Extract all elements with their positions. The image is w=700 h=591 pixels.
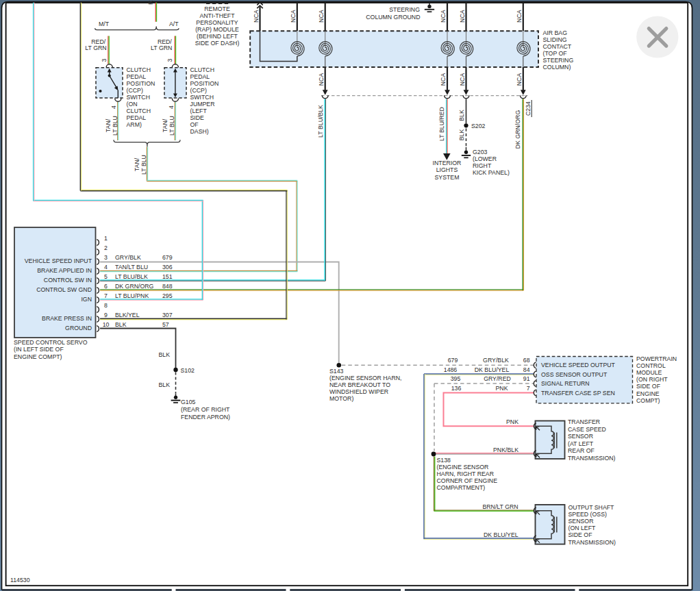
svg-text:COMPT): COMPT) bbox=[636, 397, 660, 404]
svg-text:SENSOR: SENSOR bbox=[568, 518, 594, 525]
svg-text:CONTROL SW GND: CONTROL SW GND bbox=[36, 286, 92, 293]
svg-text:7: 7 bbox=[104, 292, 108, 299]
svg-text:CLUTCH: CLUTCH bbox=[127, 66, 151, 73]
svg-text:POWERTRAIN: POWERTRAIN bbox=[636, 355, 677, 362]
svg-text:BLK: BLK bbox=[458, 110, 465, 121]
svg-text:PNK: PNK bbox=[496, 385, 508, 392]
svg-text:CORNER OF ENGINE: CORNER OF ENGINE bbox=[437, 477, 498, 484]
svg-text:RED/: RED/ bbox=[91, 38, 105, 45]
svg-text:G105: G105 bbox=[181, 399, 196, 405]
svg-text:IGN: IGN bbox=[81, 296, 92, 303]
svg-text:C234: C234 bbox=[525, 101, 532, 116]
svg-text:NCA: NCA bbox=[516, 10, 523, 23]
svg-text:BLK/YEL: BLK/YEL bbox=[115, 312, 140, 318]
svg-text:NCA: NCA bbox=[440, 10, 447, 23]
svg-text:3: 3 bbox=[166, 58, 173, 62]
svg-text:NCA: NCA bbox=[459, 73, 466, 86]
svg-text:TRANSMISSION): TRANSMISSION) bbox=[568, 455, 616, 462]
svg-text:JUMPER: JUMPER bbox=[190, 101, 215, 108]
svg-text:PERSONALITY: PERSONALITY bbox=[196, 19, 238, 26]
svg-text:BLK: BLK bbox=[158, 351, 170, 358]
svg-text:RED/: RED/ bbox=[158, 38, 172, 45]
svg-text:(BEHIND LEFT: (BEHIND LEFT bbox=[197, 33, 238, 40]
svg-text:SLIDING: SLIDING bbox=[543, 36, 567, 43]
svg-text:3: 3 bbox=[101, 58, 108, 62]
svg-text:SWITCH: SWITCH bbox=[190, 94, 214, 101]
svg-text:CLUTCH: CLUTCH bbox=[190, 66, 215, 73]
svg-text:NCA: NCA bbox=[459, 10, 466, 23]
svg-text:848: 848 bbox=[162, 283, 173, 290]
svg-text:SIDE: SIDE bbox=[190, 114, 205, 121]
svg-text:TAN/: TAN/ bbox=[105, 118, 112, 132]
svg-text:COMPARTMENT): COMPARTMENT) bbox=[437, 484, 486, 491]
svg-text:POSITION: POSITION bbox=[127, 80, 155, 87]
svg-text:4: 4 bbox=[104, 264, 108, 271]
svg-text:SPEED (OSS): SPEED (OSS) bbox=[568, 511, 607, 518]
svg-text:LT BLU: LT BLU bbox=[112, 116, 118, 136]
svg-text:PEDAL: PEDAL bbox=[127, 73, 147, 80]
svg-text:NCA: NCA bbox=[290, 10, 297, 23]
svg-text:5: 5 bbox=[104, 273, 108, 280]
svg-text:ANTI-THEFT: ANTI-THEFT bbox=[199, 12, 235, 19]
svg-text:COLUMN): COLUMN) bbox=[543, 64, 571, 71]
svg-text:136: 136 bbox=[451, 385, 462, 392]
svg-text:LT GRN: LT GRN bbox=[151, 45, 172, 51]
svg-text:8: 8 bbox=[104, 302, 108, 309]
svg-text:1: 1 bbox=[104, 235, 108, 242]
svg-text:(RAP) MODULE: (RAP) MODULE bbox=[195, 26, 239, 33]
svg-text:ENGINE COMPT): ENGINE COMPT) bbox=[14, 353, 62, 360]
svg-text:OUTPUT SHAFT: OUTPUT SHAFT bbox=[568, 504, 615, 511]
svg-text:CONTROL SW IN: CONTROL SW IN bbox=[44, 277, 92, 284]
svg-text:GRY/BLK: GRY/BLK bbox=[483, 357, 509, 364]
svg-text:CONTACT: CONTACT bbox=[543, 43, 572, 50]
svg-text:4: 4 bbox=[110, 105, 117, 109]
svg-text:GROUND: GROUND bbox=[65, 325, 92, 331]
svg-text:(ON: (ON bbox=[127, 101, 138, 108]
svg-text:TAN/: TAN/ bbox=[134, 158, 140, 171]
svg-text:PNK/BLK: PNK/BLK bbox=[493, 447, 518, 453]
svg-text:VEHICLE SPEED OUTPUT: VEHICLE SPEED OUTPUT bbox=[541, 362, 616, 368]
svg-text:7: 7 bbox=[527, 385, 530, 392]
svg-text:679: 679 bbox=[448, 357, 458, 364]
svg-text:STEERING: STEERING bbox=[389, 6, 420, 13]
svg-text:395: 395 bbox=[451, 375, 461, 382]
svg-text:REMOTE: REMOTE bbox=[204, 5, 230, 12]
svg-text:114530: 114530 bbox=[10, 577, 30, 583]
svg-text:DK GRN/ORG: DK GRN/ORG bbox=[514, 110, 521, 149]
svg-text:RIGHT: RIGHT bbox=[473, 162, 492, 169]
svg-text:(TOP OF: (TOP OF bbox=[543, 50, 567, 57]
svg-text:(IN LEFT SIDE OF: (IN LEFT SIDE OF bbox=[14, 346, 64, 353]
svg-text:84: 84 bbox=[523, 366, 530, 373]
svg-text:68: 68 bbox=[523, 357, 530, 364]
svg-text:(ENGINE SENSOR HARN,: (ENGINE SENSOR HARN, bbox=[329, 375, 402, 381]
svg-text:BRAKE APPLIED IN: BRAKE APPLIED IN bbox=[37, 267, 92, 274]
svg-text:DK BLU/YEL: DK BLU/YEL bbox=[484, 531, 518, 538]
svg-text:LT BLU: LT BLU bbox=[168, 116, 175, 136]
svg-text:OSS SENSOR OUTPUT: OSS SENSOR OUTPUT bbox=[541, 371, 608, 378]
svg-text:CASE SPEED: CASE SPEED bbox=[568, 426, 606, 433]
svg-text:SYSTEM: SYSTEM bbox=[435, 174, 460, 181]
svg-text:LT GRN: LT GRN bbox=[85, 45, 106, 51]
svg-text:SPEED CONTROL SERVO: SPEED CONTROL SERVO bbox=[14, 339, 88, 346]
svg-text:SENSOR: SENSOR bbox=[568, 433, 593, 440]
svg-text:TAN/: TAN/ bbox=[162, 118, 168, 132]
svg-text:(CCP): (CCP) bbox=[190, 87, 207, 94]
svg-text:(ON LEFT: (ON LEFT bbox=[568, 525, 597, 531]
svg-text:(REAR OF RIGHT: (REAR OF RIGHT bbox=[181, 406, 230, 413]
svg-text:BRAKE PRESS IN: BRAKE PRESS IN bbox=[42, 315, 92, 322]
svg-text:PEDAL: PEDAL bbox=[190, 73, 210, 80]
svg-text:(LEFT: (LEFT bbox=[190, 108, 208, 114]
svg-text:BRN/LT GRN: BRN/LT GRN bbox=[482, 503, 518, 510]
svg-text:DK BLU/YEL: DK BLU/YEL bbox=[475, 366, 510, 373]
svg-text:LT BLU/BLK: LT BLU/BLK bbox=[317, 105, 324, 138]
svg-text:STEERING: STEERING bbox=[543, 57, 574, 64]
svg-text:MOTOR): MOTOR) bbox=[329, 395, 353, 402]
svg-text:NCA: NCA bbox=[318, 73, 325, 86]
svg-text:GRY/BLK: GRY/BLK bbox=[115, 254, 141, 261]
svg-text:CONTROL: CONTROL bbox=[636, 362, 666, 369]
svg-text:TRANSFER CASE SP SEN: TRANSFER CASE SP SEN bbox=[541, 390, 615, 397]
svg-text:91: 91 bbox=[523, 375, 530, 382]
svg-text:M/T: M/T bbox=[99, 21, 110, 27]
svg-text:(LOWER: (LOWER bbox=[473, 155, 497, 162]
svg-text:NCA: NCA bbox=[516, 73, 523, 86]
